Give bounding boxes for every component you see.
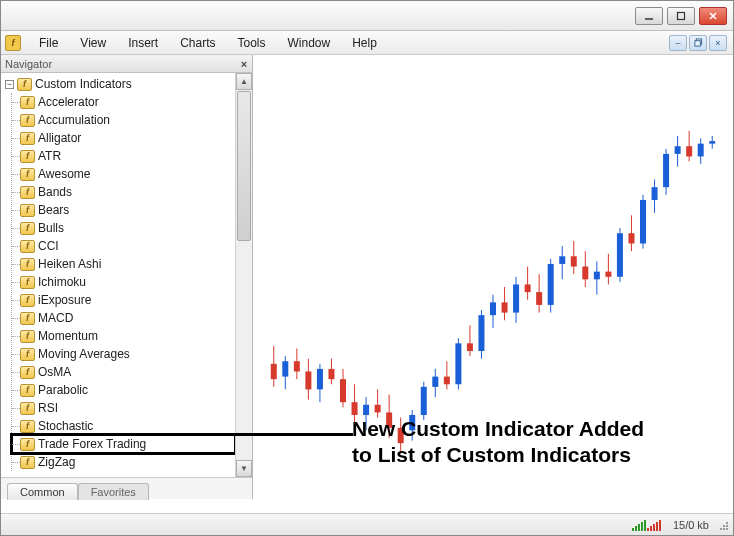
tree-item[interactable]: fMoving Averages: [12, 345, 235, 363]
tree-collapse-icon[interactable]: −: [5, 80, 14, 89]
indicator-icon: f: [20, 96, 35, 109]
tree-item[interactable]: fiExposure: [12, 291, 235, 309]
svg-rect-41: [467, 343, 473, 351]
svg-rect-23: [363, 405, 369, 415]
tab-common[interactable]: Common: [7, 483, 78, 500]
mdi-controls: – ×: [669, 35, 733, 51]
tree-item[interactable]: fParabolic: [12, 381, 235, 399]
svg-rect-71: [640, 200, 646, 244]
annotation-line2: to List of Custom Indicators: [352, 442, 644, 468]
navigator-tabs: Common Favorites: [1, 477, 252, 499]
tree-item[interactable]: fZigZag: [12, 453, 235, 471]
navigator-scrollbar[interactable]: ▲ ▼: [235, 73, 252, 477]
tree-item[interactable]: fOsMA: [12, 363, 235, 381]
menu-window[interactable]: Window: [278, 33, 341, 53]
tree-item[interactable]: fHeiken Ashi: [12, 255, 235, 273]
indicator-icon: f: [20, 348, 35, 361]
svg-rect-37: [444, 377, 450, 385]
indicator-icon: f: [20, 330, 35, 343]
tree-root-custom-indicators[interactable]: − f Custom Indicators: [5, 75, 235, 93]
tree-item-label: MACD: [38, 311, 73, 325]
svg-rect-9: [282, 361, 288, 376]
indicator-icon: f: [20, 276, 35, 289]
indicator-icon: f: [20, 420, 35, 433]
tree-item-label: ATR: [38, 149, 61, 163]
svg-rect-77: [675, 146, 681, 154]
svg-rect-69: [628, 233, 634, 243]
indicator-icon: f: [20, 294, 35, 307]
tree-item[interactable]: fRSI: [12, 399, 235, 417]
mdi-restore-button[interactable]: [689, 35, 707, 51]
svg-rect-63: [594, 272, 600, 280]
svg-rect-1: [678, 12, 685, 19]
tree-item-label: Trade Forex Trading: [38, 437, 146, 451]
indicator-icon: f: [20, 204, 35, 217]
tree-item[interactable]: fTrade Forex Trading: [12, 435, 235, 453]
svg-rect-83: [709, 141, 715, 144]
svg-rect-53: [536, 292, 542, 305]
scroll-down-arrow-icon[interactable]: ▼: [236, 460, 252, 477]
resize-grip-icon[interactable]: [718, 520, 730, 532]
svg-rect-33: [421, 387, 427, 415]
indicator-icon: f: [20, 312, 35, 325]
tree-item[interactable]: fCCI: [12, 237, 235, 255]
indicator-icon: f: [20, 132, 35, 145]
svg-rect-5: [694, 41, 699, 46]
tree-item[interactable]: fAwesome: [12, 165, 235, 183]
window-maximize-button[interactable]: [667, 7, 695, 25]
tree-item[interactable]: fIchimoku: [12, 273, 235, 291]
svg-rect-13: [305, 371, 311, 389]
indicator-icon: f: [20, 168, 35, 181]
app-icon: f: [5, 35, 21, 51]
tree-item[interactable]: fMACD: [12, 309, 235, 327]
navigator-panel: Navigator × − f Custom Indicators fAccel…: [1, 55, 253, 499]
tree-item-label: Bears: [38, 203, 69, 217]
tree-root-label: Custom Indicators: [35, 77, 132, 91]
window-close-button[interactable]: [699, 7, 727, 25]
svg-rect-61: [582, 267, 588, 280]
indicator-icon: f: [20, 402, 35, 415]
tree-item[interactable]: fBulls: [12, 219, 235, 237]
tree-item[interactable]: fBears: [12, 201, 235, 219]
menu-help[interactable]: Help: [342, 33, 387, 53]
menu-tools[interactable]: Tools: [228, 33, 276, 53]
menu-charts[interactable]: Charts: [170, 33, 225, 53]
tree-item[interactable]: fStochastic: [12, 417, 235, 435]
svg-rect-67: [617, 233, 623, 277]
navigator-tree[interactable]: − f Custom Indicators fAcceleratorfAccum…: [1, 73, 235, 477]
annotation-line1: New Custom Indicator Added: [352, 416, 644, 442]
tree-item[interactable]: fATR: [12, 147, 235, 165]
tree-item[interactable]: fAlligator: [12, 129, 235, 147]
tree-item-label: Bands: [38, 185, 72, 199]
svg-rect-45: [490, 302, 496, 315]
mdi-minimize-button[interactable]: –: [669, 35, 687, 51]
menu-file[interactable]: File: [29, 33, 68, 53]
mdi-close-button[interactable]: ×: [709, 35, 727, 51]
navigator-header: Navigator ×: [1, 55, 252, 73]
menu-view[interactable]: View: [70, 33, 116, 53]
scroll-thumb[interactable]: [237, 91, 251, 241]
window-minimize-button[interactable]: [635, 7, 663, 25]
tree-item[interactable]: fBands: [12, 183, 235, 201]
scroll-up-arrow-icon[interactable]: ▲: [236, 73, 252, 90]
tree-item[interactable]: fAccumulation: [12, 111, 235, 129]
svg-rect-84: [726, 522, 728, 524]
tree-item-label: iExposure: [38, 293, 91, 307]
tree-item-label: Alligator: [38, 131, 81, 145]
indicator-icon: f: [20, 438, 35, 451]
status-traffic: 15/0 kb: [673, 519, 709, 531]
indicator-icon: f: [20, 222, 35, 235]
svg-rect-55: [548, 264, 554, 305]
tree-item[interactable]: fMomentum: [12, 327, 235, 345]
navigator-close-button[interactable]: ×: [236, 58, 252, 70]
tree-item-label: RSI: [38, 401, 58, 415]
svg-rect-86: [726, 525, 728, 527]
svg-rect-89: [726, 528, 728, 530]
menu-insert[interactable]: Insert: [118, 33, 168, 53]
tree-item[interactable]: fAccelerator: [12, 93, 235, 111]
tree-item-label: Heiken Ashi: [38, 257, 101, 271]
indicator-icon: f: [20, 456, 35, 469]
svg-rect-81: [698, 144, 704, 157]
tab-favorites[interactable]: Favorites: [78, 483, 149, 500]
svg-rect-51: [525, 284, 531, 292]
